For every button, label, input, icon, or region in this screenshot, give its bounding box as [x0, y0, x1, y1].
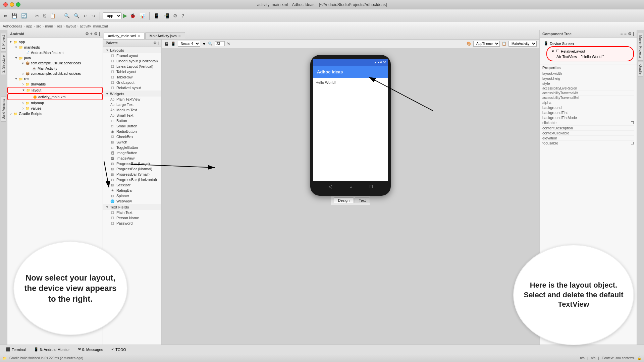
palette-item-radiobutton[interactable]: ◉ RadioButton — [103, 129, 161, 134]
palette-item-plaintextview[interactable]: Ab Plain TextView — [103, 97, 161, 102]
prop-val-background[interactable] — [600, 106, 634, 110]
theme-selector[interactable]: AppTheme — [473, 41, 500, 47]
prop-val-focusable[interactable]: ☐ — [600, 141, 634, 145]
ct-action-sort2[interactable]: ≡ — [624, 32, 627, 36]
prop-val-content-desc[interactable] — [600, 126, 634, 130]
panel-action-settings[interactable]: + — [90, 32, 93, 36]
palette-item-gridlayout[interactable]: ☐ GridLayout — [103, 80, 161, 85]
avd-manager[interactable]: 📲 — [162, 12, 170, 19]
tree-item-activity-main[interactable]: 🔶 activity_main.xml — [7, 94, 103, 100]
palette-item-progressbar-horizontal[interactable]: ⊡ ProgressBar (Horizontal) — [103, 177, 161, 182]
side-tab-maven[interactable]: Maven Projects — [638, 33, 643, 61]
btm-tab-messages[interactable]: ✉ 0: Messages — [74, 346, 107, 353]
side-tab-buildvariants[interactable]: Build Variants — [1, 97, 6, 122]
palette-item-relativelayout[interactable]: ☐ RelativeLayout — [103, 85, 161, 90]
zoom-input[interactable] — [215, 41, 225, 46]
palette-item-linearlayout-h[interactable]: ☐ LinearLayout (Horizontal) — [103, 58, 161, 64]
breadcrumb-adhocideas[interactable]: AdhocIdeas — [3, 24, 22, 28]
toolbar-cut[interactable]: ✂ — [34, 12, 41, 19]
palette-item-progressbar-small[interactable]: ⊡ ProgressBar (Small) — [103, 172, 161, 177]
tree-item-values[interactable]: ▷ 📁 values — [7, 106, 103, 111]
tree-item-res[interactable]: ▼ 📁 res — [7, 76, 103, 81]
palette-item-smalltext[interactable]: Ab Small Text — [103, 113, 161, 118]
prop-val-a11y-aft[interactable] — [600, 91, 634, 95]
panel-action-more[interactable]: | — [99, 32, 100, 36]
toolbar-redo[interactable]: ↪ — [90, 12, 97, 19]
palette-item-framelayout[interactable]: ☐ FrameLayout — [103, 53, 161, 58]
app-selector[interactable]: app — [103, 12, 122, 19]
sdk-manager[interactable]: 📱 — [152, 12, 161, 19]
palette-item-largetext[interactable]: Ab Large Text — [103, 102, 161, 107]
palette-item-webview[interactable]: 🌐 WebView — [103, 198, 161, 204]
palette-item-progressbar-large[interactable]: ⊡ ProgressBar (Large) — [103, 161, 161, 166]
palette-item-button[interactable]: □ Button — [103, 118, 161, 123]
prop-val-style[interactable] — [600, 81, 634, 85]
toolbar-sync[interactable]: 🔄 — [20, 12, 28, 19]
tree-item-pkg2[interactable]: ▷ 📦 com.example.jusliukk.adhocideas — [7, 71, 103, 76]
panel-action-gear[interactable]: ⚙ — [94, 32, 98, 36]
tab-activity-main[interactable]: activity_main.xml ✕ — [104, 32, 145, 39]
palette-section-widgets[interactable]: ▼ Widgets — [103, 90, 161, 97]
palette-item-password[interactable]: ☐ Password — [103, 221, 161, 226]
palette-section-layouts[interactable]: ▼ Layouts — [103, 47, 161, 53]
palette-item-spinner[interactable]: ⊡ Spinner — [103, 193, 161, 198]
palette-item-togglebutton[interactable]: □ ToggleButton — [103, 145, 161, 150]
tab-text[interactable]: Text — [355, 197, 370, 203]
ct-action-sort[interactable]: ≡ — [621, 32, 623, 36]
tree-item-pkg1[interactable]: ▼ 📦 com.example.jusliukk.adhocideas — [7, 61, 103, 66]
side-tab-gradle[interactable]: Gradle — [638, 62, 643, 77]
prop-val-bg-tint[interactable] — [600, 111, 634, 115]
toolbar-replace[interactable]: 🔍 — [72, 12, 81, 19]
btm-tab-android-monitor[interactable]: 📱 6: Android Monitor — [30, 346, 73, 353]
toolbar-copy[interactable]: ⎘ — [42, 12, 47, 19]
window-controls[interactable] — [3, 2, 20, 7]
breadcrumb-res[interactable]: res — [57, 24, 62, 28]
profile-button[interactable]: 📊 — [138, 12, 147, 19]
btm-tab-todo[interactable]: ✓ TODO — [107, 346, 130, 353]
breadcrumb-file[interactable]: activity_main.xml — [80, 24, 108, 28]
prop-val-layout-width[interactable] — [600, 71, 634, 75]
tab-close-main-java[interactable]: ✕ — [178, 34, 181, 38]
palette-item-progressbar-normal[interactable]: ⊡ ProgressBar (Normal) — [103, 166, 161, 172]
toolbar-back[interactable]: ⬅ — [2, 12, 9, 19]
device-selector[interactable]: Nexus 4 — [178, 41, 200, 47]
prop-val-layout-height[interactable] — [600, 76, 634, 80]
minimize-button[interactable] — [10, 2, 14, 7]
breadcrumb-src[interactable]: src — [36, 24, 41, 28]
toolbar-paste[interactable]: 📋 — [49, 12, 57, 19]
palette-item-imagebutton[interactable]: 🖼 ImageButton — [103, 150, 161, 156]
palette-item-mediumtext[interactable]: Ab Medium Text — [103, 107, 161, 113]
ct-item-device-screen[interactable]: 📱 Device Screen — [542, 41, 634, 46]
palette-item-tablelayout[interactable]: ☐ TableLayout — [103, 69, 161, 74]
palette-item-personname[interactable]: ☐ Person Name — [103, 215, 161, 221]
breadcrumb-layout[interactable]: layout — [66, 24, 76, 28]
tab-main-activity-java[interactable]: MainActivity.java ✕ — [145, 32, 185, 39]
palette-item-imageview[interactable]: 🖼 ImageView — [103, 156, 161, 161]
prop-val-context-clickable[interactable] — [600, 131, 634, 135]
tree-item-java[interactable]: ▼ 📁 java — [7, 55, 103, 61]
palette-item-smallbutton[interactable]: □ Small Button — [103, 123, 161, 129]
panel-action-sync[interactable]: ⚙ — [85, 32, 89, 36]
prop-val-a11y-live[interactable] — [600, 86, 634, 90]
breadcrumb-app[interactable]: app — [26, 24, 32, 28]
prop-val-a11y-bef[interactable] — [600, 96, 634, 100]
ct-item-relativelayout[interactable]: ▼ ☐ RelativeLayout — [550, 48, 631, 54]
tree-item-gradle[interactable]: ▷ 📁 Gradle Scripts — [7, 111, 103, 116]
settings-button[interactable]: ⚙ — [172, 12, 179, 19]
palette-item-linearlayout-v[interactable]: ☐ LinearLayout (Vertical) — [103, 64, 161, 69]
maximize-button[interactable] — [16, 2, 20, 7]
tab-design[interactable]: Design — [334, 197, 354, 203]
palette-section-textfields[interactable]: ▼ Text Fields — [103, 204, 161, 210]
prop-val-bg-tint-mode[interactable] — [600, 116, 634, 120]
toolbar-save[interactable]: 💾 — [10, 12, 18, 19]
ct-action-more[interactable]: | — [633, 32, 634, 36]
palette-item-switch[interactable]: ⊡ Switch — [103, 139, 161, 145]
tree-item-mipmap[interactable]: ▷ 📁 mipmap — [7, 100, 103, 106]
debug-button[interactable]: 🐞 — [128, 12, 137, 19]
prop-val-alpha[interactable] — [600, 101, 634, 105]
nav-home-button[interactable]: ○ — [350, 184, 352, 189]
tree-item-manifests[interactable]: ▼ 📁 manifests — [7, 45, 103, 50]
breadcrumb-main[interactable]: main — [45, 24, 53, 28]
run-button[interactable]: ▶ — [123, 12, 127, 19]
toolbar-find[interactable]: 🔍 — [63, 12, 71, 19]
